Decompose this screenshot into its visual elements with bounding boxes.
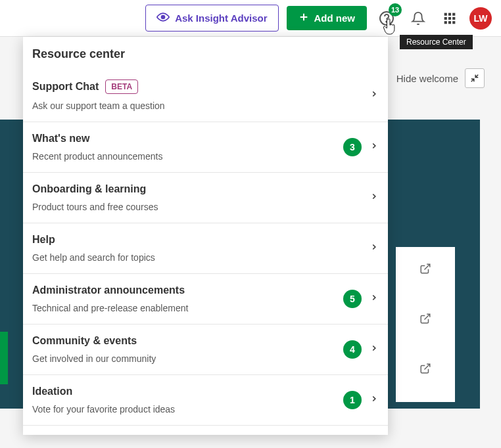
resource-item-text: Administrator announcementsTechnical and… bbox=[32, 284, 335, 313]
add-new-label: Add new bbox=[314, 12, 356, 24]
svg-rect-13 bbox=[452, 21, 455, 24]
external-link-icon[interactable] bbox=[419, 313, 431, 327]
chevron-right-icon bbox=[370, 141, 379, 153]
resource-item-title: Support ChatBETA bbox=[32, 79, 362, 94]
count-badge: 3 bbox=[343, 138, 362, 156]
add-new-button[interactable]: Add new bbox=[287, 6, 368, 30]
minimize-button[interactable] bbox=[465, 68, 485, 88]
resource-item-subtitle: Get help and search for topics bbox=[32, 252, 362, 263]
resource-center-panel: Resource center Support ChatBETAAsk our … bbox=[23, 37, 388, 435]
resource-item-subtitle: Recent product announcements bbox=[32, 151, 335, 162]
ask-insight-label: Ask Insight Advisor bbox=[175, 12, 267, 24]
chevron-right-icon bbox=[370, 394, 379, 406]
svg-line-14 bbox=[425, 264, 430, 269]
resource-item-title: Onboarding & learning bbox=[32, 183, 362, 195]
svg-rect-6 bbox=[448, 12, 451, 15]
svg-rect-12 bbox=[448, 21, 451, 24]
background-accent bbox=[0, 332, 8, 384]
count-badge: 5 bbox=[343, 290, 362, 308]
resource-item-subtitle: Ask our support team a question bbox=[32, 101, 362, 111]
tooltip-resource-center: Resource Center bbox=[400, 35, 473, 49]
apps-grid-icon bbox=[443, 12, 456, 25]
chevron-right-icon bbox=[370, 242, 379, 254]
external-link-icon[interactable] bbox=[419, 363, 431, 377]
resource-item-text: Onboarding & learningProduct tours and f… bbox=[32, 183, 362, 212]
svg-rect-5 bbox=[444, 12, 447, 15]
resource-item-text: Community & eventsGet involved in our co… bbox=[32, 335, 335, 364]
svg-line-16 bbox=[425, 364, 430, 369]
svg-point-0 bbox=[162, 16, 165, 19]
hide-welcome-link[interactable]: Hide welcome bbox=[396, 73, 458, 84]
plus-icon bbox=[298, 12, 309, 24]
resource-item-subtitle: Get involved in our community bbox=[32, 353, 335, 364]
resource-item-title: Community & events bbox=[32, 335, 335, 347]
svg-rect-9 bbox=[448, 16, 451, 19]
help-count-badge: 13 bbox=[389, 3, 402, 16]
chevron-right-icon bbox=[370, 192, 379, 204]
eye-icon bbox=[156, 11, 170, 26]
resource-item-text: What's newRecent product announcements bbox=[32, 133, 335, 162]
svg-point-4 bbox=[386, 21, 387, 22]
resource-item[interactable]: Administrator announcementsTechnical and… bbox=[23, 274, 388, 325]
svg-rect-11 bbox=[444, 21, 447, 24]
bell-icon bbox=[411, 11, 425, 26]
resource-center-list[interactable]: Support ChatBETAAsk our support team a q… bbox=[23, 69, 388, 435]
user-avatar[interactable]: LW bbox=[469, 7, 492, 30]
resource-item[interactable]: Support ChatBETAAsk our support team a q… bbox=[23, 69, 388, 122]
count-badge: 1 bbox=[343, 391, 362, 409]
resource-item-text: Support ChatBETAAsk our support team a q… bbox=[32, 79, 362, 111]
svg-rect-10 bbox=[452, 16, 455, 19]
side-card bbox=[396, 247, 455, 402]
svg-rect-7 bbox=[452, 12, 455, 15]
resource-item[interactable]: IdeationVote for your favorite product i… bbox=[23, 375, 388, 426]
resource-item-subtitle: Product tours and free courses bbox=[32, 202, 362, 212]
resource-item-title: Help bbox=[32, 234, 362, 246]
notifications-button[interactable] bbox=[406, 7, 430, 30]
resource-item-subtitle: Vote for your favorite product ideas bbox=[32, 404, 335, 414]
resource-item[interactable]: Community & eventsGet involved in our co… bbox=[23, 325, 388, 375]
chevron-right-icon bbox=[370, 293, 379, 305]
resource-item-text: HelpGet help and search for topics bbox=[32, 234, 362, 263]
resource-item[interactable]: What's newRecent product announcements3 bbox=[23, 122, 388, 173]
ask-insight-advisor-button[interactable]: Ask Insight Advisor bbox=[145, 5, 278, 32]
apps-button[interactable] bbox=[438, 7, 462, 30]
resource-item[interactable]: HelpGet help and search for topics bbox=[23, 223, 388, 274]
svg-rect-8 bbox=[444, 16, 447, 19]
external-link-icon[interactable] bbox=[419, 263, 431, 277]
svg-line-15 bbox=[425, 314, 430, 319]
topbar: Ask Insight Advisor Add new 13 LW bbox=[0, 0, 501, 37]
resource-item-title: Administrator announcements bbox=[32, 284, 335, 296]
resource-center-header: Resource center bbox=[23, 37, 388, 69]
beta-badge: BETA bbox=[105, 79, 138, 94]
help-button[interactable]: 13 bbox=[375, 7, 398, 30]
resource-item-text: IdeationVote for your favorite product i… bbox=[32, 386, 335, 414]
hide-welcome-row: Hide welcome bbox=[396, 68, 485, 88]
resource-item-subtitle: Technical and pre-release enablement bbox=[32, 303, 335, 313]
resource-item[interactable]: Onboarding & learningProduct tours and f… bbox=[23, 173, 388, 223]
chevron-right-icon bbox=[370, 89, 379, 101]
minimize-icon bbox=[470, 74, 479, 83]
resource-item-title: Ideation bbox=[32, 386, 335, 397]
resource-item-title: What's new bbox=[32, 133, 335, 145]
count-badge: 4 bbox=[343, 340, 362, 359]
chevron-right-icon bbox=[370, 344, 379, 355]
